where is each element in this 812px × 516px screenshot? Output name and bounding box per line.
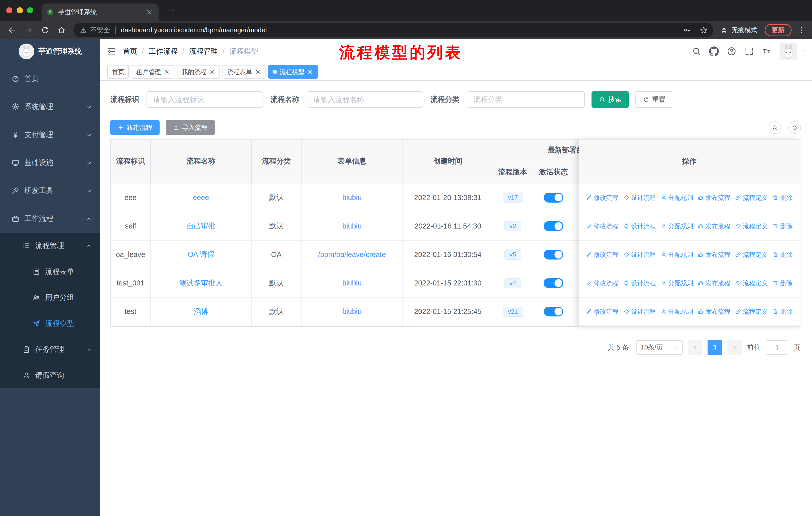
close-icon[interactable] [307, 69, 313, 75]
security-label[interactable]: 不安全 [90, 26, 110, 34]
action-edit-link[interactable]: 修改流程 [586, 222, 619, 230]
action-design-link[interactable]: 设计流程 [623, 279, 656, 287]
import-process-button[interactable]: 导入流程 [166, 120, 215, 135]
process-name-link[interactable]: 滔博 [194, 307, 208, 317]
sidebar-item-支付管理[interactable]: 支付管理 [0, 121, 100, 148]
active-toggle[interactable] [544, 307, 563, 317]
sidebar-item-请假查询[interactable]: 请假查询 [0, 362, 100, 388]
tab-close-icon[interactable] [145, 8, 153, 16]
sidebar-item-系统管理[interactable]: 系统管理 [0, 93, 100, 121]
action-edit-link[interactable]: 修改流程 [586, 193, 619, 202]
action-publish-link[interactable]: 发布流程 [698, 250, 730, 259]
active-toggle[interactable] [544, 250, 563, 260]
help-icon[interactable] [727, 46, 736, 56]
browser-menu-icon[interactable] [794, 23, 808, 37]
create-process-button[interactable]: 新建流程 [110, 120, 159, 135]
form-link[interactable]: biubiu [342, 307, 362, 316]
close-window-button[interactable] [6, 7, 12, 13]
tag-我的流程[interactable]: 我的流程 [177, 65, 220, 79]
font-size-icon[interactable]: TT [762, 46, 772, 56]
form-link[interactable]: /bpm/oa/leave/create [318, 250, 386, 259]
tag-租户管理[interactable]: 租户管理 [132, 65, 175, 79]
forward-button[interactable] [21, 22, 36, 38]
sidebar-item-研发工具[interactable]: 研发工具 [0, 177, 100, 205]
category-select[interactable]: 流程分类 [467, 91, 585, 108]
goto-page-input[interactable] [766, 340, 789, 355]
action-definition-link[interactable]: 流程定义 [735, 250, 768, 259]
collapse-sidebar-icon[interactable] [100, 39, 123, 63]
prev-page-button[interactable] [688, 340, 702, 355]
version-tag[interactable]: v2 [504, 221, 521, 231]
breadcrumb-item[interactable]: 流程管理 [189, 46, 218, 56]
action-publish-link[interactable]: 发布流程 [698, 193, 730, 202]
action-edit-link[interactable]: 修改流程 [586, 307, 619, 316]
sidebar-item-流程模型[interactable]: 流程模型 [0, 311, 100, 336]
close-icon[interactable] [164, 69, 170, 75]
tag-流程表单[interactable]: 流程表单 [223, 65, 265, 79]
bookmark-star-icon[interactable] [697, 23, 710, 37]
active-toggle[interactable] [544, 278, 563, 288]
sidebar-item-流程管理[interactable]: 流程管理 [0, 233, 100, 259]
sidebar-item-任务管理[interactable]: 任务管理 [0, 336, 100, 362]
action-design-link[interactable]: 设计流程 [623, 193, 656, 202]
action-definition-link[interactable]: 流程定义 [735, 193, 768, 202]
action-design-link[interactable]: 设计流程 [623, 307, 656, 316]
breadcrumb-item[interactable]: 首页 [123, 46, 138, 56]
action-delete-link[interactable]: 删除 [772, 279, 792, 287]
address-bar[interactable]: 不安全 dashboard.yudao.iocoder.cn/bpm/manag… [74, 23, 713, 37]
action-assign-link[interactable]: 分配规则 [661, 193, 693, 202]
process-name-link[interactable]: eeee [193, 193, 209, 202]
new-tab-button[interactable] [166, 5, 178, 17]
action-definition-link[interactable]: 流程定义 [735, 279, 768, 287]
reload-button[interactable] [37, 22, 53, 38]
active-toggle[interactable] [544, 221, 563, 231]
fullscreen-window-button[interactable] [27, 7, 33, 13]
minimize-window-button[interactable] [17, 7, 23, 13]
next-page-button[interactable] [727, 340, 742, 355]
sidebar-item-首页[interactable]: 首页 [0, 65, 100, 93]
action-delete-link[interactable]: 删除 [772, 307, 792, 316]
action-delete-link[interactable]: 删除 [772, 222, 792, 230]
page-size-select[interactable]: 10条/页 [636, 340, 683, 355]
refresh-table-button[interactable] [788, 121, 801, 134]
sidebar-item-流程表单[interactable]: 流程表单 [0, 259, 100, 285]
action-edit-link[interactable]: 修改流程 [586, 250, 619, 259]
action-publish-link[interactable]: 发布流程 [698, 222, 730, 230]
search-icon[interactable] [692, 46, 701, 56]
process-name-input[interactable] [307, 91, 423, 108]
action-delete-link[interactable]: 删除 [772, 250, 792, 259]
action-delete-link[interactable]: 删除 [772, 193, 792, 202]
form-link[interactable]: biubiu [342, 193, 362, 202]
sidebar-item-工作流程[interactable]: 工作流程 [0, 205, 100, 233]
form-link[interactable]: biubiu [342, 279, 362, 287]
fullscreen-icon[interactable] [744, 46, 754, 56]
reset-button[interactable]: 重置 [635, 91, 673, 108]
action-edit-link[interactable]: 修改流程 [586, 279, 619, 287]
form-link[interactable]: biubiu [342, 222, 362, 230]
password-key-icon[interactable] [680, 23, 694, 37]
action-design-link[interactable]: 设计流程 [623, 250, 656, 259]
app-logo[interactable]: 芋道管理系统 [0, 39, 100, 63]
close-icon[interactable] [209, 69, 215, 75]
action-assign-link[interactable]: 分配规则 [661, 307, 693, 316]
action-publish-link[interactable]: 发布流程 [698, 279, 730, 287]
tag-流程模型[interactable]: 流程模型 [268, 65, 318, 79]
home-button[interactable] [54, 22, 69, 38]
action-assign-link[interactable]: 分配规则 [661, 222, 693, 230]
version-tag[interactable]: v17 [503, 192, 523, 202]
action-definition-link[interactable]: 流程定义 [735, 222, 768, 230]
github-icon[interactable] [709, 46, 719, 56]
tag-首页[interactable]: 首页 [107, 65, 129, 79]
action-design-link[interactable]: 设计流程 [623, 222, 656, 230]
version-tag[interactable]: v21 [503, 307, 523, 317]
version-tag[interactable]: v5 [504, 249, 521, 260]
process-name-link[interactable]: 测试多审批人 [179, 278, 223, 288]
process-name-link[interactable]: 自己审批 [186, 221, 215, 231]
action-definition-link[interactable]: 流程定义 [735, 307, 768, 316]
search-button[interactable]: 搜索 [591, 91, 629, 108]
sidebar-item-用户分组[interactable]: 用户分组 [0, 285, 100, 311]
breadcrumb-item[interactable]: 工作流程 [148, 46, 177, 56]
process-name-link[interactable]: OA 请假 [188, 249, 214, 260]
browser-tab[interactable]: 芋道管理系统 [41, 3, 158, 21]
chevron-down-icon[interactable] [801, 49, 806, 54]
